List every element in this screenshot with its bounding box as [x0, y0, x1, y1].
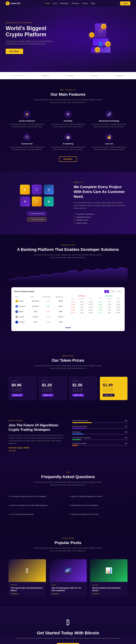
- news-section: LATEST NEWS Popular Posts Lorem ipsum do…: [0, 528, 136, 606]
- progress-bar-bg-3: [72, 439, 128, 440]
- hero-visual: ₿ Ξ ◎ ✦ 👤: [71, 15, 130, 61]
- feature-title-3: Connect free: [8, 143, 45, 145]
- nav-whitepaper[interactable]: Whitepaper: [60, 2, 69, 4]
- token-price-0: $0.96: [12, 383, 33, 387]
- token-round-label-0: ROUND 1: [12, 380, 33, 382]
- news-category-1: NEWS: [52, 584, 84, 586]
- faq-question-2[interactable]: Does The Crowdsale Comply With Legal Reg…: [8, 504, 67, 506]
- col-header-cap: Market Cap: [54, 295, 67, 298]
- cta-title: Get Started Today With Bitcoin: [8, 630, 128, 635]
- nav-pages[interactable]: Pages: [90, 2, 95, 4]
- hero-figure: 👤: [98, 42, 103, 46]
- coin-price: $0.85: [30, 309, 41, 314]
- sell-order-row: 42,7000.45019,215: [69, 311, 94, 314]
- col-header-price: Price: [30, 295, 41, 298]
- about-visual: ₿ ⬡ ◎ ✦ Ξ ◈ ● Network Node Active ● Tran…: [8, 182, 65, 224]
- faq-question-0[interactable]: Can American Citizens Take Part In The C…: [8, 495, 67, 498]
- feature-ai-matching: 🤖 AI matching Lorem ipsum dolor sit amet…: [50, 134, 86, 151]
- trading-tab-1h[interactable]: 1H: [104, 290, 109, 293]
- dot-2[interactable]: [70, 327, 70, 328]
- token-round-label-3: ROUND 4: [103, 380, 124, 382]
- coin-name: X Ripple: [14, 309, 30, 314]
- about-check-0: Competitive Professionals: [74, 212, 128, 216]
- faq-question-1[interactable]: What Is The Difference Between Civic Tok…: [69, 495, 128, 498]
- feature-desc-0: Lorem ipsum dolor sit amet, consectetur …: [8, 123, 45, 128]
- progress-bar-fill-2: [72, 434, 83, 434]
- progress-bar-bg-0: [72, 422, 128, 423]
- hero-cta-button[interactable]: Buy Tokens: [6, 49, 23, 54]
- cta-desc: Lorem ipsum dolor sit amet, consectetur …: [8, 637, 128, 639]
- progress-item-3: 15% Distribute to Community 15%: [72, 437, 128, 440]
- nav-contact[interactable]: Contact: [82, 2, 88, 4]
- about-text: ABOUT US We Complete Every Project With …: [74, 182, 128, 224]
- about-checklist: Competitive Professionals Sustainable Re…: [74, 212, 128, 224]
- feature-icon-0: ⚡: [24, 111, 30, 118]
- coin-price: $43,250.00: [30, 298, 41, 304]
- progress-bar-bg-2: [72, 434, 128, 434]
- float-coin-2: Ξ: [89, 32, 94, 38]
- progress-header-1: 25% Reserved Funding 25%: [72, 426, 128, 427]
- faq-item-0: Can American Citizens Take Part In The C…: [8, 493, 67, 500]
- trading-tab-1w[interactable]: 1W: [117, 290, 122, 293]
- feature-instant-settlement: ⚡ Instant settlement Lorem ipsum dolor s…: [8, 111, 45, 128]
- tokens-section: OPEN OFFER Our Token Prices Lorem ipsum …: [0, 345, 136, 410]
- features-grid: ⚡ Instant settlement Lorem ipsum dolor s…: [8, 111, 128, 151]
- progress-bar-fill-3: [72, 439, 80, 440]
- trading-tabs: 1H 24H 1W: [104, 290, 122, 293]
- about-section: ₿ ⬡ ◎ ✦ Ξ ◈ ● Network Node Active ● Tran…: [0, 172, 136, 234]
- algo-supply: Total Token Supply: 300,000: [8, 447, 64, 448]
- partner-logitecoin: ⬡ Logitecoin: [114, 75, 124, 76]
- algo-learn-more[interactable]: Learn More →: [8, 450, 18, 452]
- news-read-more-0[interactable]: Read More ›: [11, 593, 44, 594]
- order-book-col: Sell Order Price Amount Total 43,2500.52…: [69, 295, 122, 325]
- algo-title: Join The Future Of Algorithmic Crypto Tr…: [8, 423, 64, 432]
- token-supply-2: 15,000,000 Token: [72, 390, 94, 392]
- token-rate-0: 1ETH = 500 Token: [12, 388, 33, 390]
- faq-tag: FAQ: [8, 472, 128, 473]
- coin-name: L Litecoin: [14, 314, 30, 320]
- news-read-more-1[interactable]: Read More ›: [52, 593, 84, 594]
- buy-order-header: Buy Order: [96, 295, 122, 297]
- news-img-icon-0: ₿: [26, 567, 28, 574]
- nav-roadmap[interactable]: Roadmap: [72, 2, 79, 4]
- coin-cap: $40B: [54, 309, 67, 314]
- faq-question-4[interactable]: Can I Trade ICR At An Exchange?: [8, 513, 67, 516]
- tower-base: [91, 47, 110, 52]
- feature-icon-2: 🔗: [106, 111, 112, 118]
- token-supply-3: 15,000,000 Token: [103, 390, 124, 392]
- features-desc: Lorem ipsum dolor sit amet, consectetur …: [32, 98, 104, 104]
- nav-home[interactable]: Home: [45, 2, 50, 4]
- dot-0[interactable]: [66, 327, 66, 328]
- trading-panel-body: Coin Price 24H Change Market Cap B Bitco…: [14, 295, 122, 325]
- progress-header-4: 10% Bounty campaign 10%: [72, 443, 128, 444]
- progress-label-1: 25% Reserved Funding: [72, 426, 87, 427]
- about-check-2: Affordable Prices: [74, 218, 128, 222]
- dot-1[interactable]: [68, 327, 68, 328]
- nav-cta-button[interactable]: Log In: [120, 2, 130, 6]
- sell-col-total: Total: [87, 298, 94, 299]
- faq-question-5[interactable]: What Are The Objectives Of This Token?: [69, 513, 128, 516]
- news-grid: ₿ CRYPTO The Crypto Project Has Reached …: [8, 559, 128, 597]
- news-card-0: ₿ CRYPTO The Crypto Project Has Reached …: [8, 559, 46, 597]
- news-article-title-2: Bitcoin Sentiment Turns Extremely Bearis…: [92, 587, 125, 592]
- news-img-1: 🌌 FEATURED: [49, 559, 87, 582]
- news-read-more-2[interactable]: Read More ›: [92, 593, 125, 594]
- cta-section: ₿ Get Started Today With Bitcoin Lorem i…: [0, 607, 136, 644]
- tokens-title: Our Token Prices: [8, 358, 128, 363]
- nav-logo: ₿ Smart ICO: [6, 2, 20, 6]
- features-tag: WHY CHOOSE US: [8, 89, 128, 91]
- faq-question-3[interactable]: What Is Bitcoin Economic Sustainable?: [69, 504, 128, 506]
- trading-tab-24h[interactable]: 24H: [110, 290, 116, 293]
- buy-order-row: 42,2001.80075,960: [96, 306, 122, 309]
- buy-col-price: Price: [96, 298, 104, 299]
- feature-desc-2: Lorem ipsum dolor sit amet, consectetur …: [91, 123, 128, 128]
- about-title: We Complete Every Project With Extra Car…: [74, 184, 128, 199]
- nav-about[interactable]: About: [53, 2, 57, 4]
- token-bonus-1: Bonus - 25%: [42, 394, 54, 396]
- progress-pct-4: 10%: [125, 443, 128, 444]
- coin-cap: $374B: [54, 304, 67, 309]
- partner-lamont: ◈ Lamont: [90, 75, 97, 76]
- coin-change: +3.1%: [41, 314, 54, 320]
- features-read-more-button[interactable]: Read More: [59, 156, 77, 162]
- cta-register-button[interactable]: Register Now: [57, 643, 79, 644]
